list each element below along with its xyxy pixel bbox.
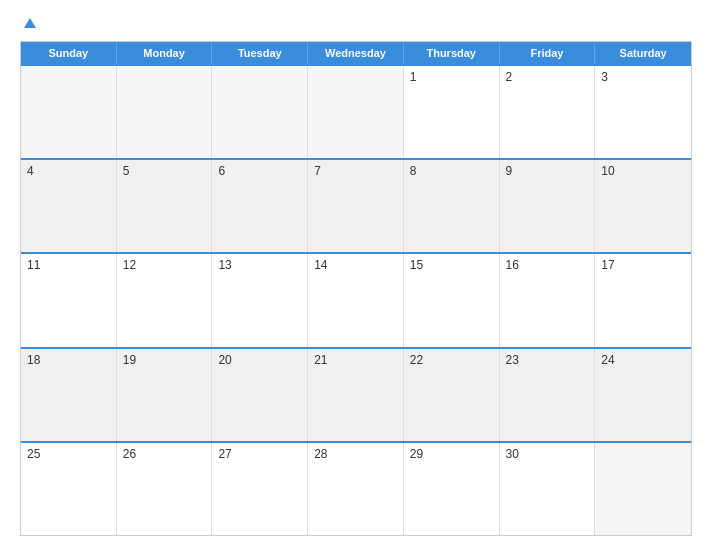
week-row-4: 18192021222324	[21, 347, 691, 441]
day-number: 15	[410, 258, 423, 272]
day-header-saturday: Saturday	[595, 42, 691, 64]
day-number: 18	[27, 353, 40, 367]
day-cell	[212, 66, 308, 158]
day-cell: 6	[212, 160, 308, 252]
day-cell: 8	[404, 160, 500, 252]
day-cell: 4	[21, 160, 117, 252]
day-header-tuesday: Tuesday	[212, 42, 308, 64]
day-cell: 1	[404, 66, 500, 158]
day-number: 17	[601, 258, 614, 272]
day-number: 9	[506, 164, 513, 178]
logo-triangle-icon	[24, 18, 36, 28]
week-row-5: 252627282930	[21, 441, 691, 535]
day-cell: 2	[500, 66, 596, 158]
day-cell: 19	[117, 349, 213, 441]
weeks-container: 1234567891011121314151617181920212223242…	[21, 64, 691, 535]
day-number: 12	[123, 258, 136, 272]
day-number: 21	[314, 353, 327, 367]
day-cell: 3	[595, 66, 691, 158]
day-cell: 22	[404, 349, 500, 441]
calendar-page: SundayMondayTuesdayWednesdayThursdayFrid…	[0, 0, 712, 550]
day-cell: 7	[308, 160, 404, 252]
day-number: 14	[314, 258, 327, 272]
day-number: 29	[410, 447, 423, 461]
day-cell: 27	[212, 443, 308, 535]
day-number: 8	[410, 164, 417, 178]
day-number: 11	[27, 258, 40, 272]
day-cell: 15	[404, 254, 500, 346]
day-number: 19	[123, 353, 136, 367]
day-cell: 28	[308, 443, 404, 535]
day-header-thursday: Thursday	[404, 42, 500, 64]
day-cell: 10	[595, 160, 691, 252]
day-header-sunday: Sunday	[21, 42, 117, 64]
day-number: 16	[506, 258, 519, 272]
week-row-1: 123	[21, 64, 691, 158]
day-cell: 14	[308, 254, 404, 346]
logo-blue-text	[20, 18, 36, 29]
day-number: 3	[601, 70, 608, 84]
day-number: 13	[218, 258, 231, 272]
day-number: 20	[218, 353, 231, 367]
day-cell: 20	[212, 349, 308, 441]
day-cell	[21, 66, 117, 158]
day-cell: 30	[500, 443, 596, 535]
day-number: 1	[410, 70, 417, 84]
day-header-friday: Friday	[500, 42, 596, 64]
day-cell: 16	[500, 254, 596, 346]
day-number: 23	[506, 353, 519, 367]
day-cell: 13	[212, 254, 308, 346]
day-cell: 23	[500, 349, 596, 441]
day-cell: 29	[404, 443, 500, 535]
day-number: 28	[314, 447, 327, 461]
day-cell: 9	[500, 160, 596, 252]
day-number: 24	[601, 353, 614, 367]
day-number: 6	[218, 164, 225, 178]
day-number: 4	[27, 164, 34, 178]
week-row-3: 11121314151617	[21, 252, 691, 346]
header	[20, 18, 692, 29]
day-number: 25	[27, 447, 40, 461]
day-cell: 25	[21, 443, 117, 535]
day-headers-row: SundayMondayTuesdayWednesdayThursdayFrid…	[21, 42, 691, 64]
logo	[20, 18, 36, 29]
day-cell: 11	[21, 254, 117, 346]
day-number: 22	[410, 353, 423, 367]
day-number: 5	[123, 164, 130, 178]
calendar-grid: SundayMondayTuesdayWednesdayThursdayFrid…	[20, 41, 692, 536]
day-cell: 18	[21, 349, 117, 441]
day-cell	[308, 66, 404, 158]
day-number: 10	[601, 164, 614, 178]
day-number: 7	[314, 164, 321, 178]
day-header-wednesday: Wednesday	[308, 42, 404, 64]
day-cell: 24	[595, 349, 691, 441]
day-number: 27	[218, 447, 231, 461]
day-cell: 17	[595, 254, 691, 346]
week-row-2: 45678910	[21, 158, 691, 252]
day-number: 30	[506, 447, 519, 461]
day-cell: 21	[308, 349, 404, 441]
day-cell	[595, 443, 691, 535]
day-header-monday: Monday	[117, 42, 213, 64]
day-number: 26	[123, 447, 136, 461]
day-cell: 5	[117, 160, 213, 252]
day-cell: 12	[117, 254, 213, 346]
day-cell	[117, 66, 213, 158]
day-number: 2	[506, 70, 513, 84]
day-cell: 26	[117, 443, 213, 535]
